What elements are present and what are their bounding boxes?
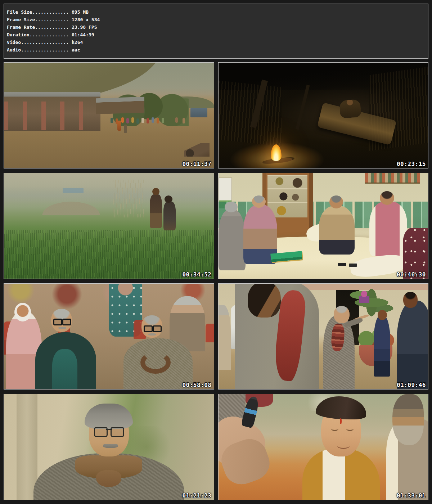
art-pillars xyxy=(4,102,96,130)
art-foreground-man-head xyxy=(248,283,281,318)
timestamp-overlay: 01:33:01 xyxy=(397,493,426,499)
art-child-one-head xyxy=(152,188,159,195)
dot-leader: .............. xyxy=(30,32,72,37)
art-man-pink-head xyxy=(252,195,266,208)
art-hut-wall-left xyxy=(219,80,282,146)
timestamp-overlay: 00:34:52 xyxy=(182,272,211,278)
art-foreground-villager xyxy=(117,121,121,131)
art-man-tan-head xyxy=(329,195,343,208)
art-closed-eyes xyxy=(331,427,354,431)
art-big-man-black xyxy=(397,301,428,389)
art-hanging-flowers xyxy=(359,290,369,303)
art-campfire xyxy=(271,144,282,161)
art-man-rose-vest xyxy=(369,202,407,256)
info-label: Duration xyxy=(7,32,30,37)
art-man-grey-back xyxy=(219,209,246,270)
art-brown-scarf xyxy=(140,351,171,374)
info-value: 01:44:39 xyxy=(72,32,94,37)
art-palm-fronds xyxy=(348,284,395,321)
art-woman-teal-dress xyxy=(109,284,142,337)
art-phones xyxy=(338,263,346,266)
timestamp-overlay: 01:21:23 xyxy=(182,493,211,499)
art-teal-sweater xyxy=(52,349,77,389)
art-bearded-elder-head xyxy=(392,394,424,445)
info-value: aac xyxy=(72,47,80,53)
info-value: h264 xyxy=(72,40,83,45)
info-row-audio-codec: Audio................. aac xyxy=(7,46,423,54)
info-value: 23.98 FPS xyxy=(72,24,97,30)
art-woman-headscarf-head xyxy=(14,303,31,321)
dot-leader: ............. xyxy=(32,9,72,15)
art-truck xyxy=(190,108,207,117)
art-saffron-vest xyxy=(302,449,380,500)
art-man-left-edge xyxy=(218,305,231,370)
art-blurred-pillar xyxy=(17,394,37,500)
video-screenshot-1: 00:11:37 xyxy=(4,62,214,168)
info-row-duration: Duration.............. 01:44:39 xyxy=(7,31,423,39)
art-man-tan-vest xyxy=(319,206,355,255)
dot-leader: ............ xyxy=(35,17,72,22)
art-big-man-head xyxy=(403,292,418,308)
art-villagers xyxy=(121,117,124,123)
art-man-rose-head xyxy=(380,191,394,205)
video-screenshot-7: 01:21:23 xyxy=(4,394,214,500)
art-child-two xyxy=(163,202,176,230)
info-label: Frame Size xyxy=(7,17,35,22)
art-child-one xyxy=(150,194,162,228)
media-info-panel: File Size............. 895 MB Frame Size… xyxy=(4,4,428,59)
dot-leader: ................. xyxy=(21,47,72,53)
video-screenshot-6: 01:09:46 xyxy=(218,283,429,390)
dot-leader: ............ xyxy=(35,24,72,30)
video-screenshot-3: 00:34:52 xyxy=(4,173,214,279)
art-tilak-mark xyxy=(340,418,342,424)
art-scarf-knot xyxy=(96,470,121,487)
info-label: Frame Rate xyxy=(7,24,35,30)
art-dry-shrub xyxy=(113,180,144,217)
art-wall-frame xyxy=(365,173,419,184)
art-man-grey-head xyxy=(225,202,238,212)
art-dry-mound xyxy=(37,199,104,215)
info-row-frame-rate: Frame Rate............ 23.98 FPS xyxy=(7,23,423,31)
info-label: Video xyxy=(7,40,21,45)
dot-leader: ................. xyxy=(21,40,72,45)
art-display-shelves xyxy=(267,175,307,217)
info-row-frame-size: Frame Size............ 1280 x 534 xyxy=(7,16,423,23)
art-moustache xyxy=(103,444,118,448)
video-screenshot-8: 01:33:01 xyxy=(218,394,429,500)
art-distant-shed xyxy=(63,188,84,193)
video-screenshot-4: 00:46:30 xyxy=(218,173,429,279)
art-man-suit-glasses xyxy=(53,319,71,324)
timestamp-overlay: 00:11:37 xyxy=(182,161,211,167)
art-haze xyxy=(4,186,214,205)
art-smile xyxy=(337,443,350,449)
art-hut xyxy=(96,96,144,114)
art-grey-hair xyxy=(85,404,133,429)
video-screenshot-2: 00:23:15 xyxy=(218,62,429,168)
info-row-video-codec: Video................. h264 xyxy=(7,39,423,46)
info-label: Audio xyxy=(7,47,21,53)
art-eyeglasses xyxy=(93,427,125,436)
art-man-tweed-moustache xyxy=(148,333,156,336)
art-man-blue-kurta xyxy=(374,315,391,377)
video-screenshot-5: 00:58:08 xyxy=(4,283,214,390)
info-row-file-size: File Size............. 895 MB xyxy=(7,8,423,16)
info-label: File Size xyxy=(7,9,32,15)
info-value: 895 MB xyxy=(72,9,89,15)
timestamp-overlay: 01:09:46 xyxy=(397,382,426,388)
art-man-tweed-glasses xyxy=(144,325,162,331)
screenshot-grid: 00:11:37 00:23:15 00:34:52 xyxy=(4,62,428,500)
timestamp-overlay: 00:46:30 xyxy=(397,272,426,278)
art-elder-head xyxy=(334,306,350,323)
timestamp-overlay: 00:23:15 xyxy=(397,161,426,167)
art-child-two-head xyxy=(165,195,172,203)
info-value: 1280 x 534 xyxy=(72,17,100,22)
timestamp-overlay: 00:58:08 xyxy=(182,382,211,388)
art-seated-man xyxy=(339,99,362,118)
art-bullock-cart xyxy=(184,143,210,157)
art-man-suit-moustache xyxy=(58,327,66,329)
